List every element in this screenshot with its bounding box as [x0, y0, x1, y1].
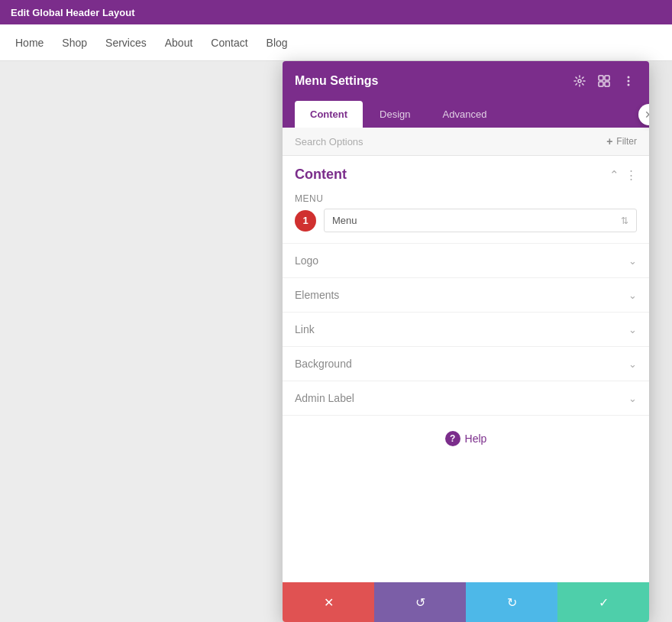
- filter-button[interactable]: + Filter: [606, 135, 637, 147]
- section-header-row: Content ⌃ ⋮: [295, 167, 637, 183]
- svg-point-5: [628, 76, 630, 79]
- modal-header: Menu Settings: [283, 61, 649, 101]
- top-bar: Edit Global Header Layout: [0, 0, 672, 24]
- cancel-button[interactable]: ✕: [283, 582, 374, 622]
- layout-icon[interactable]: [596, 73, 612, 89]
- filter-label: Filter: [616, 136, 637, 147]
- settings-icon[interactable]: [571, 73, 588, 89]
- page-background: Menu Settings: [0, 61, 672, 622]
- content-area: Content ⌃ ⋮ Menu 1 Menu ⇅: [283, 156, 649, 582]
- section-header-icons: ⌃ ⋮: [609, 168, 637, 182]
- menu-badge: 1: [295, 210, 316, 232]
- link-chevron-icon: ⌄: [628, 324, 637, 335]
- section-more-icon[interactable]: ⋮: [625, 168, 637, 182]
- tab-advanced[interactable]: Advanced: [428, 101, 502, 128]
- svg-point-6: [628, 80, 630, 83]
- section-title: Content: [295, 167, 347, 183]
- nav-contact[interactable]: Contact: [211, 37, 247, 49]
- svg-rect-3: [599, 82, 603, 86]
- admin-label-label: Admin Label: [295, 392, 354, 404]
- menu-select-value: Menu: [332, 215, 357, 226]
- menu-select[interactable]: Menu ⇅: [324, 209, 637, 232]
- svg-rect-4: [605, 82, 609, 86]
- admin-label-chevron-icon: ⌄: [628, 393, 637, 404]
- tab-content[interactable]: Content: [295, 101, 363, 128]
- filter-plus-icon: +: [606, 135, 612, 147]
- svg-rect-1: [599, 76, 603, 80]
- svg-point-0: [578, 79, 581, 83]
- menu-field-label: Menu: [295, 193, 637, 204]
- logo-label: Logo: [295, 254, 318, 267]
- nav-about[interactable]: About: [165, 37, 193, 49]
- background-section[interactable]: Background ⌄: [283, 347, 649, 381]
- reset-button[interactable]: ↺: [374, 582, 466, 622]
- nav-shop[interactable]: Shop: [62, 37, 87, 49]
- nav-services[interactable]: Services: [105, 37, 147, 49]
- logo-chevron-icon: ⌄: [628, 255, 637, 267]
- background-chevron-icon: ⌄: [628, 358, 637, 370]
- modal-title: Menu Settings: [295, 74, 378, 88]
- help-section: ? Help: [283, 416, 649, 462]
- search-bar: Search Options + Filter: [283, 128, 649, 156]
- elements-chevron-icon: ⌄: [628, 290, 637, 301]
- background-label: Background: [295, 358, 352, 370]
- elements-section[interactable]: Elements ⌄: [283, 278, 649, 313]
- chevron-up-icon[interactable]: ⌃: [609, 168, 619, 182]
- search-placeholder: Search Options: [295, 136, 363, 147]
- tabs: Content Design Advanced: [283, 101, 649, 128]
- nav-bar: Home Shop Services About Contact Blog: [0, 24, 672, 61]
- action-bar: ✕ ↺ ↻ ✓: [283, 582, 649, 622]
- modal-header-icons: [571, 73, 637, 89]
- more-icon[interactable]: [620, 73, 637, 89]
- tab-design[interactable]: Design: [364, 101, 425, 128]
- left-canvas: [0, 61, 283, 622]
- nav-home[interactable]: Home: [15, 37, 44, 49]
- redo-button[interactable]: ↻: [466, 582, 557, 622]
- link-section[interactable]: Link ⌄: [283, 313, 649, 347]
- modal-panel: Menu Settings: [283, 61, 649, 622]
- link-label: Link: [295, 323, 315, 335]
- select-arrows-icon: ⇅: [621, 215, 628, 226]
- save-button[interactable]: ✓: [557, 582, 649, 622]
- logo-section[interactable]: Logo ⌄: [283, 244, 649, 278]
- top-bar-title: Edit Global Header Layout: [11, 7, 135, 18]
- content-section: Content ⌃ ⋮ Menu 1 Menu ⇅: [283, 156, 649, 244]
- svg-rect-2: [605, 76, 609, 80]
- menu-select-row: 1 Menu ⇅: [295, 209, 637, 232]
- help-text[interactable]: Help: [465, 432, 487, 445]
- nav-blog[interactable]: Blog: [267, 37, 288, 49]
- elements-label: Elements: [295, 289, 339, 301]
- help-icon[interactable]: ?: [445, 431, 460, 446]
- svg-point-7: [628, 84, 630, 86]
- admin-label-section[interactable]: Admin Label ⌄: [283, 381, 649, 416]
